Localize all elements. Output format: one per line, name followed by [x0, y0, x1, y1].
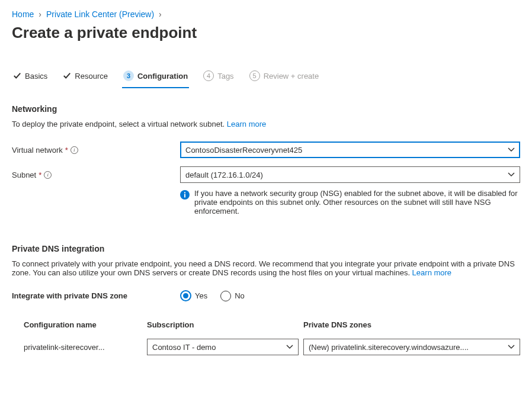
subnet-value: default (172.16.1.0/24)	[185, 171, 263, 179]
dns-zone-value: (New) privatelink.siterecovery.windowsaz…	[309, 343, 469, 352]
chevron-right-icon: ›	[159, 9, 162, 19]
learn-more-link[interactable]: Learn more	[412, 268, 451, 277]
virtual-network-value: ContosoDisasterRecoveryvnet425	[185, 146, 302, 155]
config-name-cell: privatelink-siterecover...	[24, 343, 142, 352]
table-row: privatelink-siterecover... Contoso IT - …	[24, 339, 520, 355]
virtual-network-select[interactable]: ContosoDisasterRecoveryvnet425	[180, 142, 520, 158]
virtual-network-label: Virtual network * i	[12, 146, 180, 155]
svg-rect-2	[184, 192, 185, 193]
step-number: 5	[249, 70, 260, 81]
section-networking-heading: Networking	[12, 104, 520, 114]
radio-no-label: No	[235, 291, 245, 300]
integrate-row: Integrate with private DNS zone Yes No	[12, 290, 520, 301]
subscription-value: Contoso IT - demo	[152, 343, 216, 352]
tab-resource[interactable]: Resource	[62, 68, 109, 88]
info-icon[interactable]: i	[70, 146, 78, 154]
required-star: *	[39, 171, 41, 179]
learn-more-link[interactable]: Learn more	[227, 120, 266, 128]
col-config-name: Configuration name	[24, 320, 142, 329]
required-star: *	[65, 146, 68, 155]
subnet-label: Subnet * i	[12, 171, 180, 179]
tab-label: Configuration	[137, 72, 188, 81]
tab-label: Basics	[25, 72, 47, 81]
dns-table: Configuration name Subscription Private …	[12, 320, 520, 355]
subscription-select[interactable]: Contoso IT - demo	[147, 339, 299, 355]
tab-configuration[interactable]: 3 Configuration	[122, 68, 189, 88]
breadcrumb: Home › Private Link Center (Preview) ›	[12, 9, 520, 19]
tab-label: Review + create	[264, 72, 319, 81]
integrate-radio-group: Yes No	[180, 290, 245, 301]
section-dns-desc: To connect privately with your private e…	[12, 259, 520, 277]
breadcrumb-home[interactable]: Home	[12, 9, 34, 19]
section-networking-desc: To deploy the private endpoint, select a…	[12, 120, 520, 128]
chevron-right-icon: ›	[39, 9, 41, 19]
step-number: 4	[203, 70, 214, 81]
check-icon	[13, 72, 21, 80]
tab-basics[interactable]: Basics	[12, 68, 49, 88]
integrate-yes-radio[interactable]: Yes	[180, 290, 207, 301]
nsg-info-text: If you have a network security group (NS…	[194, 189, 520, 216]
virtual-network-row: Virtual network * i ContosoDisasterRecov…	[12, 142, 520, 158]
radio-yes-label: Yes	[195, 291, 207, 300]
col-zones: Private DNS zones	[303, 320, 520, 329]
check-icon	[63, 72, 71, 80]
subnet-select[interactable]: default (172.16.1.0/24)	[180, 166, 520, 183]
page-title: Create a private endpoint	[12, 24, 520, 42]
nsg-info: If you have a network security group (NS…	[180, 189, 520, 216]
chevron-down-icon	[508, 146, 515, 153]
tab-tags[interactable]: 4 Tags	[202, 68, 235, 88]
step-number: 3	[123, 70, 134, 81]
tab-review-create[interactable]: 5 Review + create	[248, 68, 321, 88]
dns-table-header: Configuration name Subscription Private …	[24, 320, 520, 329]
integrate-label: Integrate with private DNS zone	[12, 291, 180, 300]
chevron-down-icon	[286, 343, 293, 351]
wizard-tabs: Basics Resource 3 Configuration 4 Tags 5…	[12, 68, 520, 89]
chevron-down-icon	[508, 343, 515, 351]
dns-zone-select[interactable]: (New) privatelink.siterecovery.windowsaz…	[303, 339, 520, 355]
chevron-down-icon	[508, 171, 515, 178]
info-icon	[180, 190, 190, 200]
subnet-row: Subnet * i default (172.16.1.0/24)	[12, 166, 520, 183]
section-dns-heading: Private DNS integration	[12, 244, 520, 253]
tab-label: Resource	[75, 72, 108, 81]
info-icon[interactable]: i	[44, 171, 52, 179]
svg-rect-1	[184, 194, 185, 198]
breadcrumb-private-link-center[interactable]: Private Link Center (Preview)	[46, 9, 154, 19]
integrate-no-radio[interactable]: No	[220, 290, 245, 301]
tab-label: Tags	[217, 72, 233, 81]
col-subscription: Subscription	[147, 320, 299, 329]
